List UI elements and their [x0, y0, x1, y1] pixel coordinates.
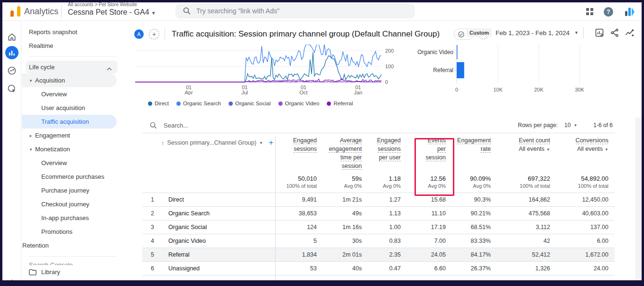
rows-per-page-select[interactable]: 10 — [564, 122, 570, 129]
column-header-event-count[interactable]: Event countAll events▼ — [495, 137, 550, 154]
dimension-header[interactable]: ↑ Session primary...Channel Group) ▼ + — [161, 138, 273, 148]
legend-dot — [327, 101, 331, 106]
sidebar-item-realtime[interactable]: Realtime — [22, 39, 122, 53]
collapse-arrow-icon[interactable]: ▸ — [27, 133, 35, 138]
sidebar-item-ecommerce-purchases[interactable]: Ecommerce purchases — [22, 170, 122, 184]
add-comparison-button[interactable]: + — [149, 29, 159, 39]
sidebar-item-library[interactable]: Library — [22, 265, 122, 279]
nav-rail — [2, 21, 21, 280]
table-header: ↑ Session primary...Channel Group) ▼ + E… — [142, 133, 615, 193]
sidebar-item-overview[interactable]: Overview — [22, 156, 122, 170]
sidebar-item-monetization[interactable]: ▾Monetization — [22, 142, 122, 156]
breadcrumb[interactable]: All accounts > Pet Store Website — [68, 2, 137, 7]
chevron-up-icon[interactable] — [107, 65, 112, 72]
settings-gear-icon[interactable] — [2, 276, 21, 280]
sidebar-item-promotions[interactable]: Promotions — [22, 225, 122, 239]
chevron-down-icon: ▼ — [574, 30, 579, 35]
legend-dot — [176, 101, 181, 106]
table-search-input[interactable]: Search... — [164, 122, 188, 129]
advertising-icon[interactable] — [2, 82, 21, 96]
table-row-organic-search[interactable]: 2Organic Search38,65349s1.1311.1090.21%4… — [142, 207, 615, 221]
column-total: 59s — [321, 175, 362, 182]
row-metric-cell: 68.51% — [450, 224, 495, 231]
column-total-subtext: Avg 0% — [450, 183, 491, 189]
sidebar-item-traffic-acquisition[interactable]: Traffic acquisition — [22, 115, 117, 129]
folder-icon — [29, 269, 37, 276]
svg-text:0: 0 — [455, 87, 458, 92]
row-metric-cell: 42 — [495, 238, 554, 244]
row-metric-cell: 11.10 — [405, 210, 450, 217]
row-metric-cell: 83.33% — [450, 238, 495, 244]
column-header-events-per-session[interactable]: Eventspersession — [405, 137, 446, 162]
row-number: 1 — [151, 196, 165, 203]
explore-icon[interactable] — [2, 64, 21, 78]
column-total-subtext: Avg 0% — [405, 183, 446, 189]
table-row-direct[interactable]: 1Direct9,4911m 21s1.2715.6890.3%164,8621… — [142, 193, 615, 207]
sidebar-item-checkout-journey[interactable]: Checkout journey — [22, 197, 122, 211]
global-search-input[interactable]: Try searching "link with Ads" — [175, 3, 415, 18]
sidebar-item-user-acquisition[interactable]: User acquisition — [22, 101, 122, 115]
sidebar-item-in-app-purchases[interactable]: In-app purchases — [22, 211, 122, 225]
row-metric-cell: 1.27 — [366, 196, 405, 203]
sidebar-item-clipped-search-console[interactable]: Search Console — [22, 260, 122, 265]
svg-text:200: 200 — [385, 48, 394, 54]
reports-icon[interactable] — [2, 46, 21, 60]
row-metric-cell: 1m 16s — [321, 224, 366, 231]
sidebar-item-acquisition[interactable]: ▾Acquisition — [22, 74, 117, 87]
column-header-engaged-sessions-per-user[interactable]: Engagedsessionsper user — [366, 137, 401, 162]
row-dimension-cell: 4Organic Video — [142, 238, 275, 244]
metric-selector[interactable]: All events▼ — [495, 145, 550, 154]
sidebar-item-purchase-journey[interactable]: Purchase journey — [22, 184, 122, 197]
row-metric-cell: 1,672.00 — [554, 251, 612, 258]
row-metric-cell: 7.00 — [405, 238, 450, 244]
top-bar: Analytics All accounts > Pet Store Websi… — [2, 2, 642, 21]
analytics-logo-icon[interactable] — [9, 6, 21, 17]
apps-grid-icon[interactable] — [586, 8, 593, 15]
row-metric-cell: 2m 01s — [321, 251, 366, 258]
edit-chart-icon[interactable] — [594, 28, 605, 38]
table-scrollbar[interactable] — [635, 118, 642, 280]
column-header-engagement-rate[interactable]: Engagementrate — [450, 137, 491, 154]
sidebar-item-life-cycle[interactable]: Life cycle — [26, 61, 118, 74]
row-metric-cell: 12,450.00 — [554, 196, 612, 203]
column-total-subtext: 100% of total — [554, 183, 608, 189]
row-number: 3 — [151, 224, 165, 231]
row-metric-cell: 49s — [321, 210, 366, 217]
sessions-over-time-line-chart: 010020001Apr01Jul01Oct01Jan — [133, 45, 398, 95]
sidebar-item-overview[interactable]: Overview — [22, 87, 122, 101]
sidebar-item-engagement[interactable]: ▸Engagement — [22, 129, 122, 142]
row-metric-cell: 40,603.00 — [554, 210, 612, 217]
expand-arrow-icon[interactable]: ▾ — [27, 147, 35, 152]
header-divider — [165, 28, 165, 41]
expand-arrow-icon[interactable]: ▾ — [27, 78, 35, 83]
home-icon[interactable] — [2, 30, 21, 44]
table-row-referral[interactable]: 5Referral1,8342m 01s2.3524.0584.17%52,41… — [142, 248, 615, 262]
main-content: A + Traffic acquisition: Session primary… — [122, 21, 642, 280]
chevron-down-icon: ▼ — [151, 10, 156, 16]
column-header-engaged-sessions[interactable]: Engagedsessions — [275, 137, 317, 154]
table-row-organic-social[interactable]: 3Organic Social1241m 16s1.0017.1968.51%3… — [142, 221, 615, 234]
comparison-chip[interactable]: A — [134, 29, 144, 39]
row-metric-cell: 1.00 — [366, 224, 405, 231]
date-range-type-badge: Custom — [467, 28, 492, 37]
table-row-organic-video[interactable]: 4Organic Video530s0.837.0083.33%426.00 — [142, 234, 615, 248]
date-range-selector[interactable]: Feb 1, 2023 - Feb 1, 2024 — [496, 29, 570, 37]
svg-text:Oct: Oct — [299, 90, 307, 95]
column-header-average-engagement-time-per-session[interactable]: Averageengagementtime persession — [321, 137, 362, 171]
reports-sidebar: Reports snapshotRealtimeLife cycle▾Acqui… — [22, 21, 122, 280]
table-row-unassigned[interactable]: 6Unassigned5340s0.476.6026.37%1,32624.00 — [142, 262, 615, 276]
sidebar-item-reports-snapshot[interactable]: Reports snapshot — [22, 25, 122, 39]
property-switcher[interactable]: Cessna Pet Store - GA4▼ — [68, 8, 156, 17]
sidebar-item-retention[interactable]: Retention — [22, 239, 122, 252]
column-header-conversions[interactable]: ConversionsAll events▼ — [554, 137, 608, 154]
metric-selector[interactable]: All events▼ — [554, 145, 608, 154]
account-avatar[interactable] — [624, 6, 635, 18]
add-dimension-button[interactable]: + — [268, 138, 273, 148]
column-total-subtext: 100% of total — [275, 183, 317, 189]
insights-icon[interactable] — [625, 28, 635, 38]
help-icon[interactable]: ? — [604, 7, 613, 17]
share-icon[interactable] — [609, 28, 620, 38]
chart-legend: DirectOrganic SearchOrganic SocialOrgani… — [148, 101, 353, 106]
row-metric-cell: 52,412 — [495, 251, 554, 258]
chevron-down-icon: ▼ — [573, 123, 577, 128]
